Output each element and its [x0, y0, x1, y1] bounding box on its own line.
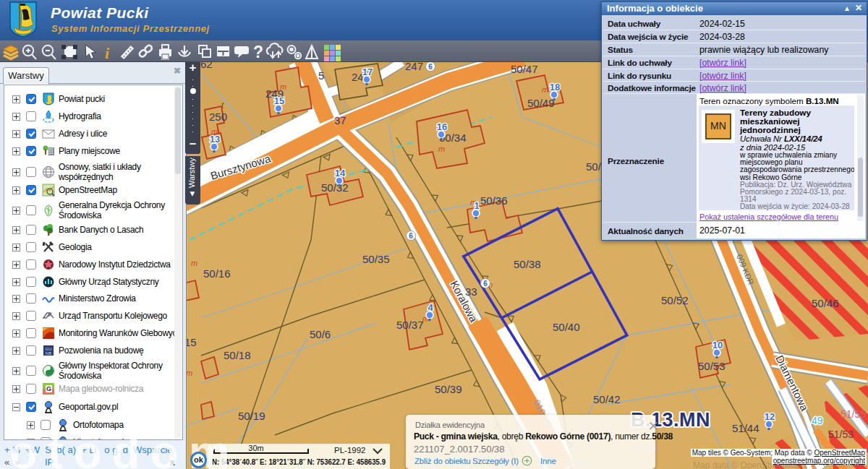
svg-text:1: 1 — [474, 200, 479, 211]
svg-text:50/18: 50/18 — [224, 349, 251, 361]
svg-text:i: i — [105, 44, 110, 62]
svg-text:49: 49 — [812, 415, 823, 426]
svg-text:50/40: 50/40 — [553, 321, 580, 333]
svg-text:51/55: 51/55 — [841, 408, 866, 420]
svg-text:50/36: 50/36 — [480, 194, 508, 207]
svg-text:50/37: 50/37 — [396, 319, 424, 331]
svg-text:PL-1992: PL-1992 — [334, 446, 365, 455]
svg-text:50/6: 50/6 — [310, 328, 331, 340]
svg-text:m: m — [280, 82, 286, 91]
svg-text:5: 5 — [318, 69, 324, 82]
svg-text:6: 6 — [409, 232, 413, 240]
svg-text:?: ? — [253, 43, 263, 61]
svg-text:m: m — [191, 259, 197, 267]
svg-text:33: 33 — [465, 285, 477, 298]
svg-text:250: 250 — [209, 111, 227, 123]
svg-text:17: 17 — [362, 66, 373, 77]
svg-text:18: 18 — [550, 82, 560, 92]
svg-text:50/46: 50/46 — [812, 297, 839, 309]
svg-text:50/32: 50/32 — [321, 181, 349, 194]
svg-text:6: 6 — [483, 280, 488, 288]
svg-text:16: 16 — [437, 121, 447, 132]
svg-text:m: m — [438, 145, 445, 153]
svg-text:50/52: 50/52 — [661, 294, 689, 306]
svg-text:50/19: 50/19 — [238, 410, 265, 422]
svg-text:50/53: 50/53 — [698, 360, 726, 372]
svg-text:10: 10 — [712, 340, 723, 350]
svg-text:50/16: 50/16 — [203, 267, 231, 280]
svg-text:37: 37 — [334, 114, 346, 126]
svg-text:50/42: 50/42 — [593, 393, 621, 405]
svg-text:13: 13 — [210, 134, 220, 145]
svg-text:15: 15 — [274, 95, 284, 106]
svg-text:50/39: 50/39 — [435, 383, 462, 395]
svg-text:m: m — [186, 369, 192, 377]
svg-text:51/44: 51/44 — [732, 422, 760, 434]
svg-text:50/47: 50/47 — [511, 63, 538, 75]
svg-text:4: 4 — [427, 302, 433, 313]
svg-text:247: 247 — [405, 61, 423, 72]
svg-text:NB: NB — [46, 351, 51, 356]
svg-text:50/35: 50/35 — [362, 253, 390, 265]
svg-text:6: 6 — [428, 63, 433, 71]
svg-text:m: m — [542, 85, 548, 94]
svg-text:G: G — [46, 385, 51, 392]
svg-text:14: 14 — [335, 168, 346, 178]
svg-text:51/53: 51/53 — [828, 429, 854, 440]
svg-text:30m: 30m — [248, 444, 263, 452]
svg-text:50/49: 50/49 — [527, 97, 555, 109]
svg-text:50/38: 50/38 — [514, 258, 541, 270]
svg-text:12: 12 — [765, 411, 775, 422]
